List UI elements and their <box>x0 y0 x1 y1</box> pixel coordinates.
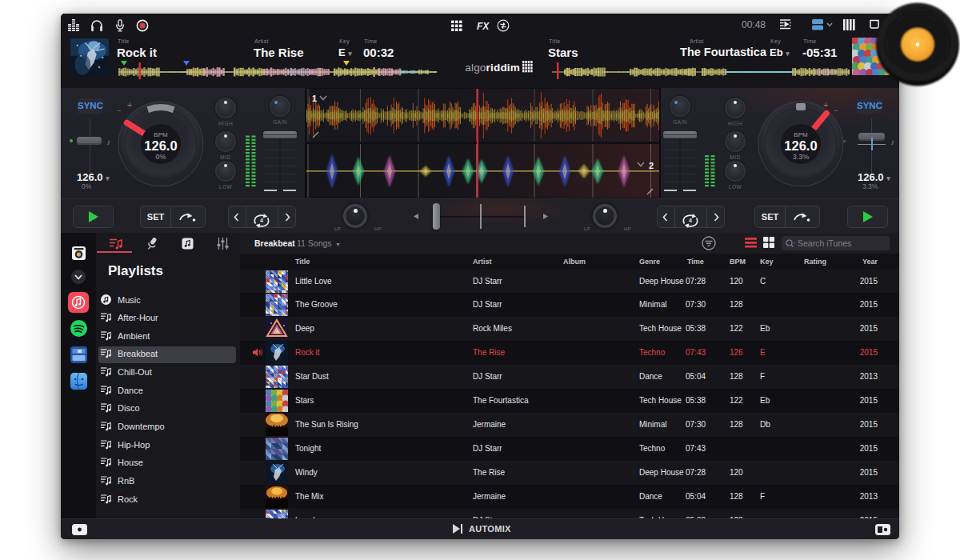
svg-text:FX: FX <box>477 21 490 32</box>
svg-text:126.0: 126.0 <box>784 138 817 153</box>
svg-text:4: 4 <box>260 218 263 223</box>
svg-text:0%: 0% <box>155 153 166 161</box>
svg-text:4: 4 <box>689 218 692 223</box>
svg-text:126.0: 126.0 <box>144 138 177 153</box>
svg-text:1: 1 <box>312 94 317 103</box>
svg-text:3.3%: 3.3% <box>793 153 810 161</box>
svg-text:2: 2 <box>649 161 654 170</box>
